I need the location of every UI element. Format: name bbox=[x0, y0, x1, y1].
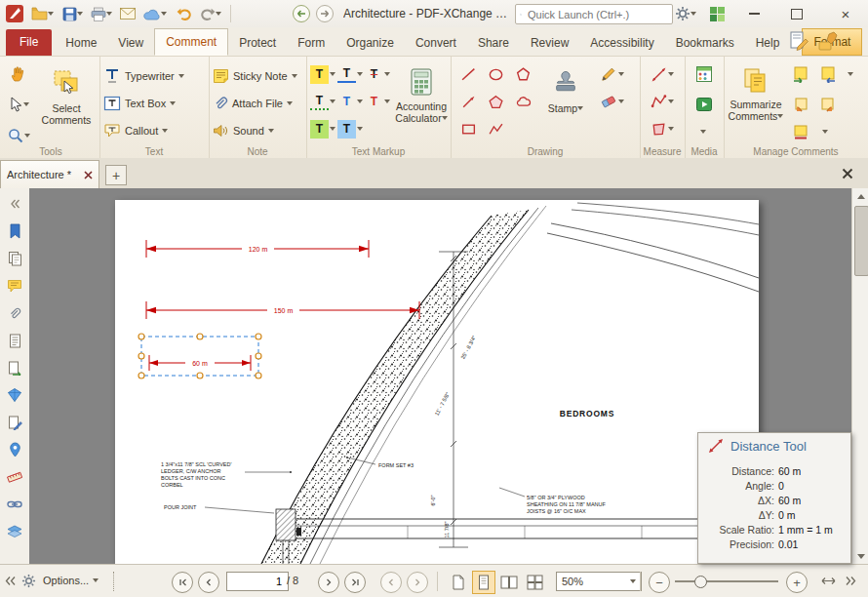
export-comments-button[interactable] bbox=[815, 61, 841, 87]
links-panel-icon[interactable] bbox=[4, 494, 25, 515]
next-page-button[interactable] bbox=[318, 572, 339, 593]
fields-panel-icon[interactable] bbox=[4, 412, 25, 433]
layout-grid-icon[interactable] bbox=[706, 3, 728, 24]
media-video-button[interactable] bbox=[691, 92, 717, 117]
options-gear-icon[interactable] bbox=[21, 574, 36, 588]
close-tab-icon[interactable] bbox=[84, 171, 93, 179]
save-button[interactable] bbox=[59, 3, 86, 24]
new-tab-button[interactable]: + bbox=[105, 165, 127, 185]
thumbnails-panel-icon[interactable] bbox=[4, 248, 25, 269]
line-tool-button[interactable] bbox=[456, 61, 480, 87]
zoom-slider-thumb[interactable] bbox=[694, 576, 707, 588]
stamp-button[interactable]: Stamp bbox=[540, 60, 591, 154]
undo-button[interactable] bbox=[174, 3, 195, 24]
zoom-slider-track[interactable] bbox=[675, 580, 778, 582]
zoom-in-button[interactable]: + bbox=[786, 572, 808, 593]
last-page-button[interactable] bbox=[344, 572, 366, 593]
pentagon-tool-button[interactable] bbox=[484, 89, 507, 114]
summarize-comments-button[interactable]: Summarize Comments bbox=[728, 60, 784, 154]
open-button[interactable] bbox=[27, 3, 57, 24]
scroll-right-icon[interactable] bbox=[845, 575, 857, 587]
comments-panel-icon[interactable] bbox=[4, 275, 25, 297]
bookmarks-panel-icon[interactable] bbox=[4, 220, 25, 242]
close-document-button[interactable] bbox=[835, 161, 860, 185]
layers-panel-icon[interactable] bbox=[4, 521, 25, 542]
new-document-view-button[interactable] bbox=[447, 571, 470, 594]
tab-view[interactable]: View bbox=[107, 30, 154, 56]
tab-comment[interactable]: Comment bbox=[154, 28, 228, 56]
tab-share[interactable]: Share bbox=[467, 30, 520, 56]
ellipse-tool-button[interactable] bbox=[484, 61, 507, 87]
sticky-note-button[interactable]: Sticky Note bbox=[213, 64, 297, 88]
typewriter-button[interactable]: Typewriter bbox=[103, 64, 184, 88]
select-comments-button[interactable]: Select Comments bbox=[37, 60, 96, 154]
selected-distance-annotation[interactable]: 60 m bbox=[138, 334, 261, 378]
cloud-button[interactable] bbox=[140, 3, 170, 24]
replace-text-button[interactable] bbox=[365, 89, 390, 114]
scroll-up-button[interactable] bbox=[852, 188, 868, 204]
highlight-text-button[interactable] bbox=[310, 61, 335, 87]
highlight-blue-button[interactable] bbox=[337, 116, 363, 141]
media-table-button[interactable] bbox=[691, 61, 717, 87]
squiggly-text-button[interactable] bbox=[310, 89, 335, 114]
dimension-120m[interactable]: 120 m bbox=[146, 240, 369, 258]
sound-button[interactable]: Sound bbox=[213, 119, 274, 142]
grid-page-view-button[interactable] bbox=[523, 571, 546, 594]
fit-width-icon[interactable] bbox=[821, 575, 836, 587]
area-tool-button[interactable] bbox=[648, 116, 677, 141]
callout-button[interactable]: Callout bbox=[103, 119, 168, 142]
tab-help[interactable]: Help bbox=[745, 30, 791, 56]
maximize-button[interactable] bbox=[776, 0, 817, 27]
collapse-panel-icon[interactable] bbox=[4, 193, 25, 215]
options-button[interactable]: Options... bbox=[43, 575, 99, 586]
email-button[interactable] bbox=[117, 3, 138, 24]
pencil-tool-button[interactable] bbox=[597, 61, 626, 87]
perimeter-tool-button[interactable] bbox=[648, 89, 677, 114]
tab-form[interactable]: Form bbox=[287, 30, 335, 56]
zoom-out-button[interactable]: − bbox=[649, 572, 670, 593]
minimize-button[interactable] bbox=[733, 0, 774, 27]
rectangle-tool-button[interactable] bbox=[456, 116, 480, 141]
tab-accessibility[interactable]: Accessibility bbox=[579, 30, 664, 56]
attachments-panel-icon[interactable] bbox=[4, 302, 25, 324]
search-input[interactable] bbox=[526, 8, 668, 21]
export-panel-icon[interactable] bbox=[4, 357, 25, 378]
close-window-button[interactable]: × bbox=[823, 0, 868, 27]
distance-tool-button[interactable] bbox=[648, 61, 677, 87]
quick-launch-search[interactable] bbox=[515, 4, 673, 24]
select-tool-button[interactable] bbox=[6, 92, 31, 117]
tab-convert[interactable]: Convert bbox=[405, 30, 467, 56]
attach-file-button[interactable]: Attach File bbox=[213, 92, 293, 115]
measurements-panel-icon[interactable] bbox=[4, 466, 25, 488]
accounting-calculator-button[interactable]: Accounting Calculator bbox=[394, 60, 449, 154]
dimension-150m[interactable]: 150 m bbox=[146, 301, 419, 319]
strikeout-text-button[interactable] bbox=[365, 61, 390, 87]
previous-view-button[interactable] bbox=[380, 572, 402, 593]
previous-page-button[interactable] bbox=[198, 572, 219, 593]
next-comment-button[interactable] bbox=[815, 92, 841, 117]
content-panel-icon[interactable] bbox=[4, 330, 25, 351]
zoom-tool-button[interactable] bbox=[6, 123, 31, 148]
import-comments-button[interactable] bbox=[788, 61, 813, 87]
underline-text-button[interactable] bbox=[337, 61, 363, 87]
3d-model-panel-icon[interactable] bbox=[4, 384, 25, 406]
zoom-level-select[interactable]: 50% bbox=[556, 572, 642, 591]
document-tab-architecture[interactable]: Architecture * bbox=[0, 160, 99, 188]
two-page-view-button[interactable] bbox=[497, 571, 521, 594]
tab-file[interactable]: File bbox=[6, 29, 52, 56]
text-box-button[interactable]: Text Box bbox=[103, 92, 176, 115]
media-more-button[interactable] bbox=[691, 119, 715, 144]
tab-review[interactable]: Review bbox=[520, 30, 579, 56]
tab-organize[interactable]: Organize bbox=[335, 30, 405, 56]
polygon-tool-button[interactable] bbox=[511, 61, 534, 87]
manage-more-button[interactable] bbox=[815, 119, 835, 144]
scroll-down-button[interactable] bbox=[852, 548, 868, 564]
print-button[interactable] bbox=[88, 3, 115, 24]
selection-box[interactable] bbox=[141, 337, 258, 376]
scrollbar-thumb[interactable] bbox=[854, 206, 868, 276]
redo-button[interactable] bbox=[195, 3, 224, 24]
destinations-panel-icon[interactable] bbox=[4, 439, 25, 460]
polyline-tool-button[interactable] bbox=[484, 116, 507, 141]
scroll-left-icon[interactable] bbox=[4, 575, 17, 587]
eraser-tool-button[interactable] bbox=[597, 89, 626, 114]
